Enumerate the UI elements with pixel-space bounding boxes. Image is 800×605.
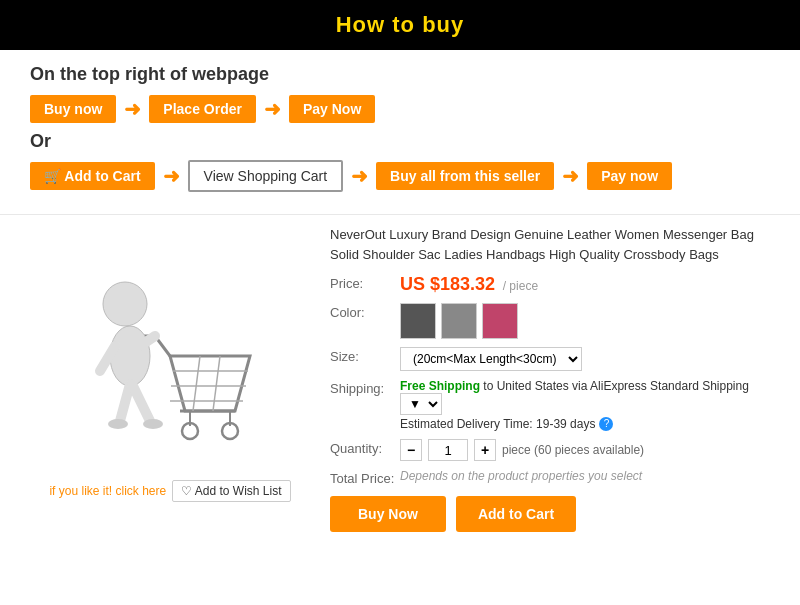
size-select[interactable]: (20cm<Max Length<30cm) [400,347,582,371]
quantity-increase-btn[interactable]: + [474,439,496,461]
quantity-note: piece (60 pieces available) [502,443,644,457]
arrow-4: ➜ [351,164,368,188]
product-title: NeverOut Luxury Brand Design Genuine Lea… [330,225,770,264]
help-icon[interactable]: ? [599,417,613,431]
shipping-select[interactable]: ▼ [400,393,442,415]
buy-all-from-seller-btn[interactable]: Buy all from this seller [376,162,554,190]
arrow-5: ➜ [562,164,579,188]
pay-now-btn[interactable]: Pay Now [289,95,375,123]
product-section: if you like it! click here ♡ Add to Wish… [0,214,800,542]
shipping-detail: to United States via AliExpress Standard… [483,379,749,393]
svg-point-19 [108,419,128,429]
instructions-subtitle: On the top right of webpage [30,64,770,85]
quantity-decrease-btn[interactable]: − [400,439,422,461]
arrow-3: ➜ [163,164,180,188]
color-label: Color: [330,303,400,320]
price-row: Price: US $183.32 / piece [330,274,770,295]
action-buttons: Buy Now Add to Cart [330,496,770,532]
place-order-btn[interactable]: Place Order [149,95,256,123]
quantity-control: − + piece (60 pieces available) [400,439,644,461]
arrow-2: ➜ [264,97,281,121]
flow-row-2: 🛒 Add to Cart ➜ View Shopping Cart ➜ Buy… [30,160,770,192]
delivery-time-text: Estimated Delivery Time: 19-39 days [400,417,595,431]
product-image-area: if you like it! click here ♡ Add to Wish… [30,225,310,532]
flow-row-1: Buy now ➜ Place Order ➜ Pay Now [30,95,770,123]
instructions-section: On the top right of webpage Buy now ➜ Pl… [0,50,800,210]
shipping-label: Shipping: [330,379,400,396]
svg-line-18 [132,384,150,421]
total-price-value: Depends on the product properties you se… [400,469,642,483]
shipping-info: Free Shipping to United States via AliEx… [400,379,770,415]
price-value: US $183.32 [400,274,495,294]
svg-point-20 [143,419,163,429]
color-row: Color: [330,303,770,339]
svg-line-9 [213,356,220,411]
header-bar: How to buy [0,0,800,50]
cart-figure [50,256,290,476]
wishlist-row: if you like it! click here ♡ Add to Wish… [49,480,290,502]
quantity-label: Quantity: [330,439,400,456]
size-row: Size: (20cm<Max Length<30cm) [330,347,770,371]
svg-point-13 [103,282,147,326]
svg-line-17 [120,384,130,421]
quantity-row: Quantity: − + piece (60 pieces available… [330,439,770,461]
total-price-label: Total Price: [330,469,400,486]
free-shipping-text: Free Shipping [400,379,480,393]
color-swatch-medium[interactable] [441,303,477,339]
shipping-row: Shipping: Free Shipping to United States… [330,379,770,431]
buy-now-flow-btn[interactable]: Buy now [30,95,116,123]
color-swatch-pink[interactable] [482,303,518,339]
buy-now-btn[interactable]: Buy Now [330,496,446,532]
price-label: Price: [330,274,400,291]
add-to-cart-btn[interactable]: Add to Cart [456,496,576,532]
delivery-time: Estimated Delivery Time: 19-39 days ? [400,417,770,431]
color-swatches [400,303,518,339]
add-to-wishlist-btn[interactable]: ♡ Add to Wish List [172,480,290,502]
pay-now-flow-btn[interactable]: Pay now [587,162,672,190]
cart-illustration [50,256,290,476]
wishlist-click-text: if you like it! click here [49,484,166,498]
svg-point-14 [110,326,150,386]
arrow-1: ➜ [124,97,141,121]
svg-line-8 [193,356,200,411]
size-label: Size: [330,347,400,364]
view-shopping-cart-btn[interactable]: View Shopping Cart [188,160,343,192]
total-price-row: Total Price: Depends on the product prop… [330,469,770,486]
or-divider: Or [30,131,770,152]
add-to-cart-flow-btn[interactable]: 🛒 Add to Cart [30,162,155,190]
svg-marker-0 [170,356,250,411]
product-details: NeverOut Luxury Brand Design Genuine Lea… [330,225,770,532]
color-swatch-dark[interactable] [400,303,436,339]
quantity-input[interactable] [428,439,468,461]
page-title: How to buy [336,12,465,37]
price-unit: / piece [503,279,538,293]
